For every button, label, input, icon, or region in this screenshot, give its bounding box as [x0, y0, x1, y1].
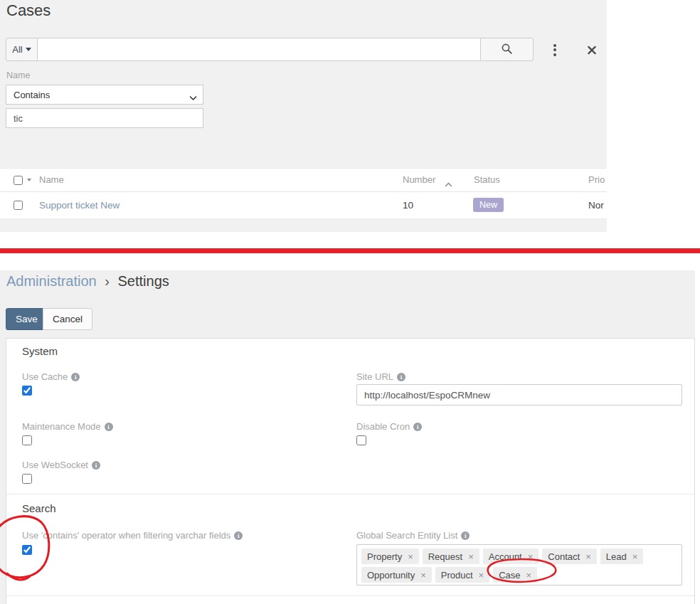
breadcrumb: Administration › Settings: [6, 273, 169, 290]
cases-list: Name Number Status Prio Support ticket N…: [0, 168, 607, 219]
list-header: Name Number Status Prio: [0, 169, 607, 192]
use-cache-checkbox[interactable]: [22, 386, 32, 396]
search-input[interactable]: [37, 38, 481, 61]
use-cache-label: Use Cachei: [22, 371, 80, 382]
remove-tag-icon[interactable]: ×: [526, 571, 532, 580]
remove-tag-icon[interactable]: ×: [420, 571, 426, 580]
chevron-down-icon[interactable]: [27, 179, 31, 181]
entity-tag: Request×: [423, 549, 479, 564]
column-header-name[interactable]: Name: [39, 174, 64, 185]
section-divider: [6, 494, 694, 494]
case-name-link[interactable]: Support ticket New: [39, 200, 120, 211]
use-contains-checkbox[interactable]: [22, 545, 32, 555]
remove-tag-icon[interactable]: ×: [468, 552, 474, 561]
search-icon: [501, 43, 513, 57]
info-icon: i: [413, 423, 422, 431]
entity-tag: Property×: [361, 549, 419, 564]
case-priority-cell: Nor: [588, 200, 604, 211]
info-icon: i: [461, 531, 470, 540]
info-icon: i: [105, 423, 113, 431]
entity-tag: Contact×: [542, 549, 596, 564]
filter-field-label: Name: [6, 70, 30, 80]
cancel-button[interactable]: Cancel: [43, 308, 92, 330]
breadcrumb-current: Settings: [118, 273, 169, 289]
sort-asc-icon: [445, 177, 452, 190]
case-number-cell: 10: [403, 200, 413, 211]
section-divider: [6, 595, 694, 596]
entity-tag: Product×: [435, 567, 489, 583]
search-scope-button[interactable]: All: [6, 38, 38, 61]
info-icon: i: [92, 461, 100, 470]
entity-tag: Account×: [483, 549, 539, 564]
filter-value-input[interactable]: [6, 108, 203, 128]
kebab-menu-icon[interactable]: [546, 41, 563, 58]
entity-tag: Opportunity×: [361, 567, 432, 583]
remove-tag-icon[interactable]: ×: [479, 571, 484, 580]
breadcrumb-separator: ›: [105, 273, 110, 289]
info-icon: i: [234, 531, 243, 540]
remove-tag-icon[interactable]: ×: [528, 552, 534, 561]
column-header-number[interactable]: Number: [403, 174, 435, 185]
section-title-system: System: [22, 345, 58, 357]
maintenance-mode-label: Maintenance Modei: [22, 421, 113, 432]
use-websocket-label: Use WebSocketi: [22, 460, 100, 470]
entity-tag: Lead×: [600, 549, 644, 564]
global-search-entity-list[interactable]: Property× Request× Account× Contact× Lea…: [356, 544, 682, 586]
entity-tag: Case×: [493, 567, 537, 583]
site-url-input[interactable]: [356, 384, 682, 406]
chevron-down-icon: [26, 48, 31, 51]
cases-filter-panel: [0, 0, 607, 168]
close-icon[interactable]: [583, 41, 600, 58]
breadcrumb-administration-link[interactable]: Administration: [6, 273, 97, 289]
status-badge: New: [473, 198, 504, 212]
site-url-label: Site URLi: [356, 371, 405, 382]
filter-operator-select[interactable]: Contains: [6, 85, 203, 105]
remove-tag-icon[interactable]: ×: [632, 552, 638, 561]
search-button[interactable]: [480, 38, 534, 61]
table-row: Support ticket New 10 New Nor: [0, 192, 607, 219]
maintenance-mode-checkbox[interactable]: [22, 435, 32, 445]
remove-tag-icon[interactable]: ×: [585, 552, 591, 561]
remove-tag-icon[interactable]: ×: [408, 552, 413, 561]
settings-panel: System Use Cachei Site URLi Maintenance …: [6, 338, 695, 604]
use-websocket-checkbox[interactable]: [22, 474, 32, 484]
info-icon: i: [397, 373, 405, 381]
red-divider: [0, 248, 700, 253]
screen: Cases All Name Contains Name N: [0, 0, 700, 604]
select-all-checkbox[interactable]: [14, 176, 23, 185]
use-contains-label: Use 'contains' operator when filtering v…: [22, 530, 243, 541]
column-header-status[interactable]: Status: [474, 174, 500, 185]
disable-cron-label: Disable Croni: [356, 421, 422, 432]
page-title: Cases: [6, 1, 51, 20]
section-title-search: Search: [22, 502, 56, 514]
info-icon: i: [71, 373, 80, 381]
global-search-entity-list-label: Global Search Entity Listi: [356, 530, 470, 541]
row-checkbox[interactable]: [14, 201, 23, 210]
disable-cron-checkbox[interactable]: [356, 435, 366, 445]
search-scope-label: All: [12, 44, 22, 55]
save-button[interactable]: Save: [6, 308, 48, 330]
list-footer-strip: [0, 219, 607, 232]
column-header-priority[interactable]: Prio: [588, 174, 605, 185]
